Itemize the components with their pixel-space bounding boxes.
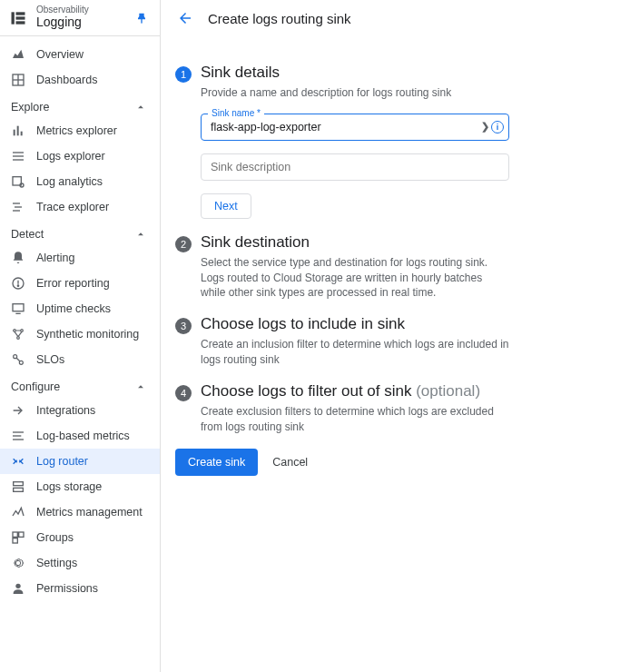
sidebar: Observability Logging Overview Dashboard… — [0, 0, 161, 672]
bell-icon — [11, 251, 25, 265]
sidebar-item-label: Metrics management — [36, 506, 143, 519]
svg-rect-17 — [13, 210, 20, 211]
metrics-mgmt-icon — [11, 505, 25, 519]
sidebar-item-logs-storage[interactable]: Logs storage — [0, 474, 160, 499]
groups-icon — [11, 530, 25, 545]
section-title: Explore — [11, 101, 49, 114]
gear-icon — [11, 556, 25, 570]
sidebar-item-label: Dashboards — [36, 74, 97, 86]
sidebar-item-groups[interactable]: Groups — [0, 525, 160, 550]
svg-rect-15 — [13, 203, 20, 203]
sidebar-item-label: SLOs — [36, 353, 64, 366]
sidebar-item-metrics-management[interactable]: Metrics management — [0, 499, 160, 525]
sidebar-item-label: Alerting — [36, 252, 74, 264]
step-title: Choose logs to include in sink — [201, 315, 615, 333]
main-content: Create logs routing sink 1 Sink details … — [161, 0, 630, 672]
sidebar-item-overview[interactable]: Overview — [0, 42, 160, 67]
sidebar-section-configure[interactable]: Configure — [0, 372, 160, 398]
sidebar-section-detect[interactable]: Detect — [0, 220, 160, 245]
svg-rect-33 — [14, 488, 24, 491]
sidebar-item-label: Error reporting — [36, 277, 110, 290]
sidebar-item-label: Log analytics — [36, 175, 103, 188]
sidebar-item-permissions[interactable]: Permissions — [0, 576, 160, 601]
product-supertitle: Observability — [36, 5, 134, 15]
sidebar-item-dashboards[interactable]: Dashboards — [0, 67, 160, 93]
sidebar-item-log-router[interactable]: Log router — [0, 449, 160, 474]
step-sink-details: 1 Sink details Provide a name and descri… — [175, 64, 615, 219]
svg-rect-32 — [14, 482, 24, 486]
sidebar-item-label: Synthetic monitoring — [36, 328, 139, 341]
slo-icon — [11, 352, 25, 367]
svg-rect-36 — [13, 539, 17, 543]
svg-point-25 — [17, 337, 20, 340]
svg-rect-16 — [15, 206, 22, 207]
sidebar-item-label: Settings — [36, 557, 77, 569]
sidebar-item-integrations[interactable]: Integrations — [0, 398, 160, 423]
step-title: Sink destination — [201, 233, 615, 252]
trace-icon — [11, 200, 25, 214]
page-title: Create logs routing sink — [208, 11, 351, 26]
sidebar-item-label: Log-based metrics — [36, 430, 130, 442]
next-button[interactable]: Next — [201, 193, 251, 219]
step-description: Create an inclusion filter to determine … — [201, 337, 509, 368]
sidebar-section-explore[interactable]: Explore — [0, 93, 160, 118]
step-include-logs: 3 Choose logs to include in sink Create … — [175, 315, 615, 368]
step-description: Provide a name and description for logs … — [201, 85, 509, 101]
svg-point-20 — [17, 285, 18, 286]
svg-rect-10 — [13, 152, 24, 153]
network-icon — [11, 327, 25, 341]
svg-point-23 — [14, 330, 16, 332]
form-content: 1 Sink details Provide a name and descri… — [161, 36, 630, 490]
monitor-icon — [11, 301, 25, 316]
step-sink-destination: 2 Sink destination Select the service ty… — [175, 233, 615, 301]
pin-icon[interactable] — [134, 11, 149, 25]
logging-product-icon — [9, 9, 27, 27]
sidebar-item-label: Permissions — [36, 582, 98, 595]
sidebar-item-metrics-explorer[interactable]: Metrics explorer — [0, 118, 160, 143]
sidebar-item-log-analytics[interactable]: Log analytics — [0, 169, 160, 194]
chevron-up-icon — [134, 380, 147, 393]
error-icon — [11, 276, 25, 291]
svg-rect-7 — [14, 130, 15, 136]
svg-rect-11 — [13, 155, 24, 156]
sidebar-item-error-reporting[interactable]: Error reporting — [0, 271, 160, 296]
sidebar-item-alerting[interactable]: Alerting — [0, 245, 160, 271]
sidebar-item-synthetic-monitoring[interactable]: Synthetic monitoring — [0, 321, 160, 347]
field-icons: ❯ i — [481, 121, 504, 133]
step-title: Sink details — [201, 64, 615, 82]
section-title: Configure — [11, 380, 60, 393]
sidebar-item-label: Groups — [36, 531, 74, 544]
sidebar-item-log-based-metrics[interactable]: Log-based metrics — [0, 423, 160, 449]
sidebar-item-logs-explorer[interactable]: Logs explorer — [0, 143, 160, 169]
back-arrow-icon[interactable] — [177, 10, 193, 26]
integrations-icon — [11, 403, 25, 418]
sink-name-field: Sink name * ❯ i — [201, 114, 509, 141]
sidebar-item-trace-explorer[interactable]: Trace explorer — [0, 194, 160, 220]
svg-rect-1 — [16, 12, 25, 15]
step-number: 2 — [175, 236, 192, 252]
sink-description-field — [201, 153, 509, 181]
sidebar-item-settings[interactable]: Settings — [0, 550, 160, 576]
sidebar-item-uptime-checks[interactable]: Uptime checks — [0, 296, 160, 321]
storage-icon — [11, 479, 25, 494]
svg-rect-8 — [17, 126, 19, 136]
chevron-up-icon — [134, 101, 147, 114]
step-title: Choose logs to filter out of sink (optio… — [201, 382, 615, 400]
chevron-up-icon — [134, 228, 147, 241]
cancel-button[interactable]: Cancel — [272, 456, 308, 469]
router-icon — [11, 454, 25, 469]
product-text: Observability Logging — [36, 5, 134, 30]
info-icon[interactable]: i — [491, 121, 504, 133]
section-title: Detect — [11, 228, 44, 241]
svg-rect-9 — [21, 132, 23, 136]
list-icon — [11, 149, 25, 163]
svg-rect-31 — [13, 439, 24, 440]
step-number: 4 — [175, 385, 192, 401]
create-sink-button[interactable]: Create sink — [175, 449, 258, 476]
sink-description-input[interactable] — [201, 153, 509, 181]
action-row: Create sink Cancel — [175, 449, 615, 476]
sidebar-item-label: Trace explorer — [36, 201, 109, 213]
sidebar-item-slos[interactable]: SLOs — [0, 347, 160, 372]
sidebar-item-label: Log router — [36, 455, 88, 468]
sidebar-item-label: Logs storage — [36, 480, 102, 493]
